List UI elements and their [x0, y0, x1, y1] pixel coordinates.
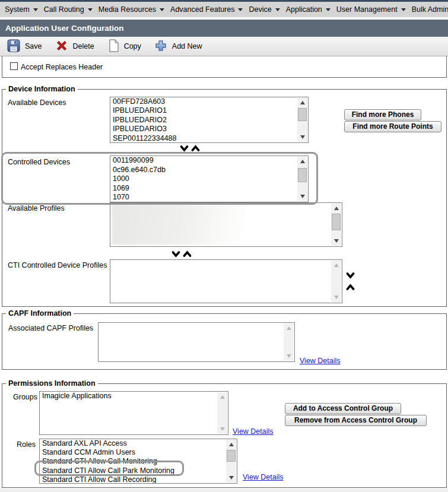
scrollbar[interactable] — [284, 323, 294, 361]
scroll-up-button[interactable] — [297, 157, 307, 166]
scrollbar[interactable] — [297, 98, 307, 142]
available-profiles-listbox[interactable] — [110, 202, 342, 247]
copy-label: Copy — [124, 42, 141, 50]
scrollbar-thumb[interactable] — [298, 168, 307, 182]
save-button[interactable]: Save — [7, 39, 42, 54]
menu-label: Device — [249, 5, 271, 14]
scrollbar-thumb[interactable] — [332, 214, 341, 230]
menu-advanced-features[interactable]: Advanced Features — [170, 5, 243, 14]
available-devices-listbox[interactable]: 00FFD728A603 IPBLUEDARIO1 IPBLUEDARIO2 I… — [110, 97, 309, 143]
capf-information-legend: CAPF Information — [6, 309, 74, 318]
scroll-up-button[interactable] — [331, 204, 341, 213]
cti-controlled-device-profiles-label: CTI Controlled Device Profiles — [8, 261, 107, 269]
move-up-arrow-icon[interactable] — [191, 145, 200, 151]
main-menu-bar: System Call Routing Media Resources Adva… — [0, 2, 448, 17]
list-item[interactable]: Imagicle Applications — [40, 392, 228, 401]
move-up-arrow-icon[interactable] — [346, 284, 355, 290]
list-item[interactable]: IPBLUEDARIO1 — [110, 106, 308, 115]
redacted-profiles-content — [112, 204, 246, 245]
controlled-devices-label: Controlled Devices — [8, 158, 70, 166]
list-item[interactable]: Standard CTI Allow Call Monitoring — [40, 457, 237, 466]
list-item[interactable]: IPBLUEDARIO2 — [110, 116, 308, 125]
add-icon — [154, 39, 167, 54]
delete-button[interactable]: Delete — [55, 39, 94, 54]
menu-bulk-administration[interactable]: Bulk Administration — [412, 5, 448, 14]
list-item[interactable]: Standard CCM Admin Users — [40, 448, 237, 457]
capf-view-details-link[interactable]: View Details — [300, 357, 341, 365]
permissions-information-legend: Permissions Information — [6, 379, 98, 388]
scroll-up-button[interactable] — [217, 392, 227, 402]
groups-view-details-link[interactable]: View Details — [233, 427, 274, 436]
move-down-arrow-icon[interactable] — [171, 251, 180, 258]
copy-icon — [107, 39, 119, 54]
scroll-up-button[interactable] — [297, 98, 307, 107]
remove-from-access-control-group-button[interactable]: Remove from Access Control Group — [285, 415, 427, 426]
add-to-access-control-group-button[interactable]: Add to Access Control Group — [285, 403, 401, 414]
scrollbar[interactable] — [331, 204, 341, 246]
scroll-down-button[interactable] — [297, 132, 307, 142]
menu-device[interactable]: Device — [249, 5, 279, 14]
cti-controlled-device-profiles-listbox[interactable] — [110, 259, 342, 303]
move-down-arrow-icon[interactable] — [346, 272, 355, 279]
menu-call-routing[interactable]: Call Routing — [44, 5, 93, 14]
page-title: Application User Configuration — [5, 24, 124, 33]
move-up-arrow-icon[interactable] — [183, 250, 192, 257]
accept-replaces-header-checkbox[interactable] — [10, 62, 18, 70]
menu-application[interactable]: Application — [286, 5, 331, 14]
scroll-down-button[interactable] — [331, 236, 341, 246]
list-item[interactable]: 1000 — [110, 174, 308, 184]
menu-user-management[interactable]: User Management — [336, 5, 406, 14]
bottom-background — [0, 488, 448, 492]
groups-listbox[interactable]: Imagicle Applications — [39, 391, 228, 435]
menu-label: Bulk Administration — [412, 5, 448, 14]
list-item[interactable]: 0c96.e640.c7db — [110, 166, 308, 175]
available-devices-label: Available Devices — [8, 99, 66, 107]
chevron-down-icon — [238, 8, 243, 11]
list-item[interactable]: 1070 — [110, 193, 308, 202]
add-new-button[interactable]: Add New — [154, 39, 202, 54]
copy-button[interactable]: Copy — [107, 39, 141, 54]
list-item[interactable]: 0011990099 — [110, 156, 308, 166]
list-item[interactable]: Standard CTI Allow Call Park Monitoring — [40, 466, 237, 475]
scroll-down-button[interactable] — [217, 424, 227, 434]
menu-system[interactable]: System — [5, 5, 38, 14]
menu-label: System — [5, 5, 30, 14]
scroll-up-button[interactable] — [226, 440, 236, 449]
delete-label: Delete — [73, 42, 94, 50]
find-more-route-points-button[interactable]: Find more Route Points — [344, 121, 441, 132]
list-item[interactable]: Standard AXL API Access — [40, 439, 237, 448]
groups-label: Groups — [13, 393, 37, 401]
scrollbar[interactable] — [217, 392, 227, 434]
move-down-arrow-icon[interactable] — [180, 145, 189, 152]
scroll-down-button[interactable] — [226, 473, 236, 483]
chevron-down-icon — [160, 8, 164, 11]
associated-capf-profiles-listbox[interactable] — [98, 322, 295, 362]
controlled-devices-listbox[interactable]: 0011990099 0c96.e640.c7db 1000 1069 1070 — [110, 155, 309, 202]
menu-media-resources[interactable]: Media Resources — [99, 5, 164, 14]
list-item[interactable]: SEP001122334488 — [110, 134, 308, 143]
scroll-down-button[interactable] — [297, 192, 307, 201]
scrollbar[interactable] — [226, 440, 236, 483]
roles-view-details-link[interactable]: View Details — [243, 473, 284, 481]
list-item[interactable]: IPBLUEDARIO3 — [110, 125, 308, 134]
list-item[interactable]: 1069 — [110, 184, 308, 193]
roles-listbox[interactable]: Standard AXL API Access Standard CCM Adm… — [39, 439, 237, 484]
scrollbar-thumb[interactable] — [298, 108, 307, 121]
menu-label: Media Resources — [99, 5, 156, 14]
delete-icon — [55, 39, 68, 54]
available-profiles-label: Available Profiles — [8, 204, 65, 212]
scroll-up-button[interactable] — [284, 323, 294, 333]
find-more-phones-button[interactable]: Find more Phones — [344, 109, 421, 120]
list-item[interactable]: 00FFD728A603 — [110, 97, 308, 106]
accept-replaces-header-label: Accept Replaces Header — [21, 63, 103, 71]
list-item[interactable]: Standard CTI Allow Call Recording — [40, 475, 237, 484]
associated-capf-profiles-label: Associated CAPF Profiles — [8, 324, 93, 332]
page-title-bar: Application User Configuration — [0, 20, 448, 37]
scrollbar[interactable] — [331, 261, 341, 302]
scrollbar[interactable] — [297, 157, 307, 201]
scrollbar-thumb[interactable] — [227, 450, 236, 462]
scroll-up-button[interactable] — [331, 261, 341, 270]
scroll-down-button[interactable] — [284, 351, 294, 361]
chevron-down-icon — [33, 8, 38, 11]
scroll-down-button[interactable] — [331, 293, 341, 302]
